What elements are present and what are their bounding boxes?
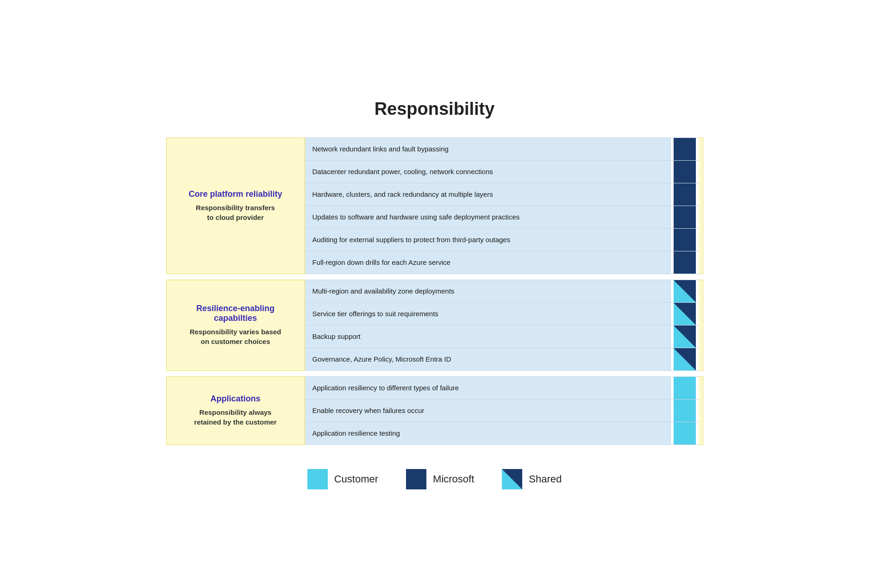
main-layout: Core platform reliabilityResponsibility …	[166, 138, 703, 450]
legend-item-shared: Shared	[502, 469, 562, 489]
section-row-core-platform: Core platform reliabilityResponsibility …	[166, 138, 703, 274]
item-row: Auditing for external suppliers to prote…	[305, 229, 699, 251]
item-row: Enable recovery when failures occur	[305, 400, 699, 422]
items-column-applications: Application resiliency to different type…	[305, 376, 699, 445]
indicator-shared	[674, 325, 696, 348]
legend-item-customer: Customer	[307, 469, 378, 489]
legend-box-microsoft	[406, 469, 426, 489]
legend-label-microsoft: Microsoft	[433, 473, 474, 485]
item-row: Application resilience testing	[305, 422, 699, 445]
item-row: Governance, Azure Policy, Microsoft Entr…	[305, 348, 699, 371]
section-title-core-platform: Core platform reliability	[188, 189, 282, 199]
indicator-microsoft	[674, 229, 696, 251]
legend-label-customer: Customer	[334, 473, 378, 485]
section-row-resilience-enabling: Resilience-enabling capabiltiesResponsib…	[166, 280, 703, 371]
item-text: Multi-region and availability zone deplo…	[305, 280, 671, 302]
indicator-customer	[674, 400, 696, 422]
indicator-customer	[674, 377, 696, 399]
item-text: Application resilience testing	[305, 422, 671, 444]
section-row-applications: ApplicationsResponsibility always retain…	[166, 376, 703, 445]
indicator-microsoft	[674, 251, 696, 274]
section-label-core-platform: Core platform reliabilityResponsibility …	[166, 138, 305, 274]
item-row: Multi-region and availability zone deplo…	[305, 280, 699, 303]
items-column-core-platform: Network redundant links and fault bypass…	[305, 138, 699, 274]
legend-box-customer	[307, 469, 328, 489]
item-row: Network redundant links and fault bypass…	[305, 138, 699, 161]
section-spacer	[699, 280, 703, 371]
page-title: Responsibility	[166, 99, 703, 119]
item-text: Hardware, clusters, and rack redundancy …	[305, 183, 671, 206]
item-row: Datacenter redundant power, cooling, net…	[305, 161, 699, 183]
item-row: Full-region down drills for each Azure s…	[305, 251, 699, 274]
section-subtitle-core-platform: Responsibility transfers to cloud provid…	[196, 203, 275, 222]
item-text: Service tier offerings to suit requireme…	[305, 303, 671, 325]
section-spacer	[699, 376, 703, 445]
item-row: Hardware, clusters, and rack redundancy …	[305, 183, 699, 206]
indicator-shared	[674, 303, 696, 325]
section-subtitle-applications: Responsibility always retained by the cu…	[194, 407, 276, 427]
legend-item-microsoft: Microsoft	[406, 469, 474, 489]
indicator-shared	[674, 348, 696, 370]
indicator-microsoft	[674, 138, 696, 160]
indicator-microsoft	[674, 183, 696, 206]
item-text: Application resiliency to different type…	[305, 377, 671, 399]
section-title-resilience-enabling: Resilience-enabling capabilties	[176, 304, 295, 323]
indicator-microsoft	[674, 161, 696, 183]
indicator-customer	[674, 422, 696, 444]
item-text: Enable recovery when failures occur	[305, 400, 671, 422]
item-row: Application resiliency to different type…	[305, 376, 699, 400]
item-row: Updates to software and hardware using s…	[305, 206, 699, 229]
item-text: Network redundant links and fault bypass…	[305, 138, 671, 160]
section-label-resilience-enabling: Resilience-enabling capabiltiesResponsib…	[166, 280, 305, 371]
indicator-microsoft	[674, 206, 696, 228]
item-text: Auditing for external suppliers to prote…	[305, 229, 671, 251]
item-row: Backup support	[305, 325, 699, 348]
item-text: Full-region down drills for each Azure s…	[305, 251, 671, 274]
item-row: Service tier offerings to suit requireme…	[305, 303, 699, 325]
section-label-applications: ApplicationsResponsibility always retain…	[166, 376, 305, 445]
section-title-applications: Applications	[210, 394, 260, 404]
item-text: Updates to software and hardware using s…	[305, 206, 671, 228]
items-column-resilience-enabling: Multi-region and availability zone deplo…	[305, 280, 699, 371]
section-subtitle-resilience-enabling: Responsibility varies based on customer …	[190, 327, 281, 346]
item-text: Governance, Azure Policy, Microsoft Entr…	[305, 348, 671, 370]
legend-label-shared: Shared	[529, 473, 562, 485]
legend-box-shared	[502, 469, 522, 489]
legend-area: CustomerMicrosoftShared	[166, 469, 703, 489]
item-text: Backup support	[305, 325, 671, 348]
item-text: Datacenter redundant power, cooling, net…	[305, 161, 671, 183]
section-spacer	[699, 138, 703, 274]
indicator-shared	[674, 280, 696, 302]
